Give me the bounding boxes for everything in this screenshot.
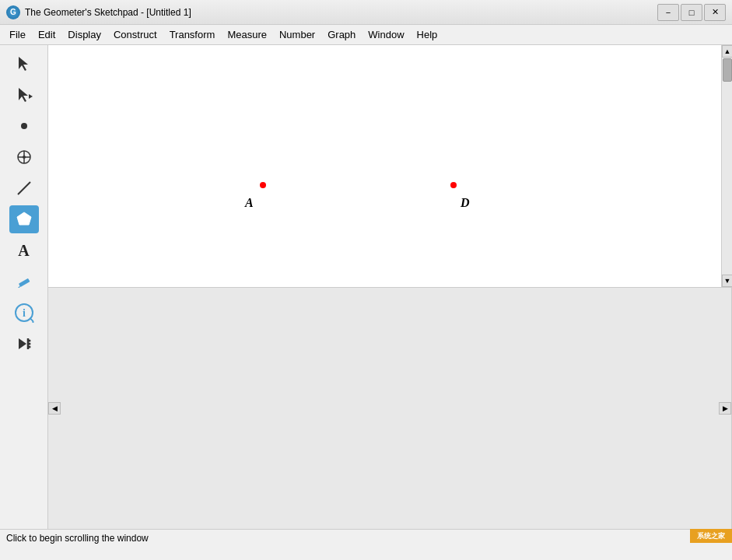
line-tool[interactable] xyxy=(9,174,39,202)
main-layout: A i xyxy=(0,45,732,529)
app-icon: G xyxy=(6,5,20,19)
svg-point-7 xyxy=(23,156,26,159)
play-tool[interactable] xyxy=(9,330,39,358)
menu-item-number[interactable]: Number xyxy=(273,27,321,42)
svg-text:i: i xyxy=(23,307,26,319)
point-tool[interactable] xyxy=(9,112,39,140)
point-A[interactable] xyxy=(260,182,266,188)
minimize-button[interactable]: − xyxy=(657,4,679,21)
menu-item-file[interactable]: File xyxy=(3,27,32,42)
watermark-text: 系统之家 xyxy=(697,531,725,541)
scroll-up-arrow[interactable]: ▲ xyxy=(722,45,732,58)
toolbar: A i xyxy=(0,45,48,529)
label-A: A xyxy=(245,196,254,210)
scroll-track-horizontal[interactable] xyxy=(61,402,719,415)
point-D[interactable] xyxy=(450,182,457,188)
svg-point-17 xyxy=(28,343,30,345)
scroll-track-vertical[interactable] xyxy=(722,58,732,275)
status-text: Click to begin scrolling the window xyxy=(6,533,149,544)
status-bar: Click to begin scrolling the window xyxy=(0,529,732,546)
menu-item-measure[interactable]: Measure xyxy=(221,27,273,42)
compass-tool[interactable] xyxy=(9,143,39,171)
canvas-and-scrollbar: ADBC ▲ ▼ xyxy=(48,45,732,287)
watermark: 系统之家 xyxy=(690,529,732,543)
maximize-button[interactable]: □ xyxy=(681,4,702,21)
menu-item-window[interactable]: Window xyxy=(362,27,410,42)
canvas-area[interactable]: ADBC xyxy=(48,45,721,287)
svg-point-18 xyxy=(28,340,30,342)
scroll-left-arrow[interactable]: ◀ xyxy=(48,402,61,415)
svg-line-8 xyxy=(18,182,30,194)
scroll-right-arrow[interactable]: ▶ xyxy=(719,402,731,415)
arrow-right-tool[interactable] xyxy=(9,81,39,109)
svg-marker-2 xyxy=(29,94,33,99)
text-tool[interactable]: A xyxy=(9,236,39,264)
menu-item-edit[interactable]: Edit xyxy=(32,27,61,42)
menu-item-construct[interactable]: Construct xyxy=(107,27,163,42)
svg-point-3 xyxy=(21,123,27,129)
horizontal-scrollbar[interactable]: ◀ ▶ xyxy=(48,287,732,530)
scroll-thumb-vertical[interactable] xyxy=(723,58,732,82)
svg-marker-10 xyxy=(17,212,31,225)
vertical-scrollbar[interactable]: ▲ ▼ xyxy=(721,45,732,287)
pen-tool[interactable] xyxy=(9,268,39,296)
menu-item-display[interactable]: Display xyxy=(61,27,107,42)
svg-marker-1 xyxy=(19,88,28,102)
window-title: The Geometer's Sketchpad - [Untitled 1] xyxy=(25,7,657,18)
menu-item-graph[interactable]: Graph xyxy=(321,27,362,42)
label-D: D xyxy=(461,196,470,210)
menu-item-transform[interactable]: Transform xyxy=(163,27,222,42)
svg-marker-15 xyxy=(19,338,26,349)
title-bar: G The Geometer's Sketchpad - [Untitled 1… xyxy=(0,0,732,25)
polygon-tool[interactable] xyxy=(9,205,39,233)
menu-bar: FileEditDisplayConstructTransformMeasure… xyxy=(0,25,732,45)
window-controls: − □ ✕ xyxy=(657,4,726,21)
svg-marker-0 xyxy=(19,57,28,71)
canvas-wrapper: ADBC ▲ ▼ ◀ ▶ xyxy=(48,45,732,529)
scroll-down-arrow[interactable]: ▼ xyxy=(722,275,732,287)
info-tool[interactable]: i xyxy=(9,299,39,327)
arrow-tool[interactable] xyxy=(9,50,39,78)
menu-item-help[interactable]: Help xyxy=(411,27,444,42)
svg-point-19 xyxy=(28,346,30,348)
close-button[interactable]: ✕ xyxy=(704,4,726,21)
